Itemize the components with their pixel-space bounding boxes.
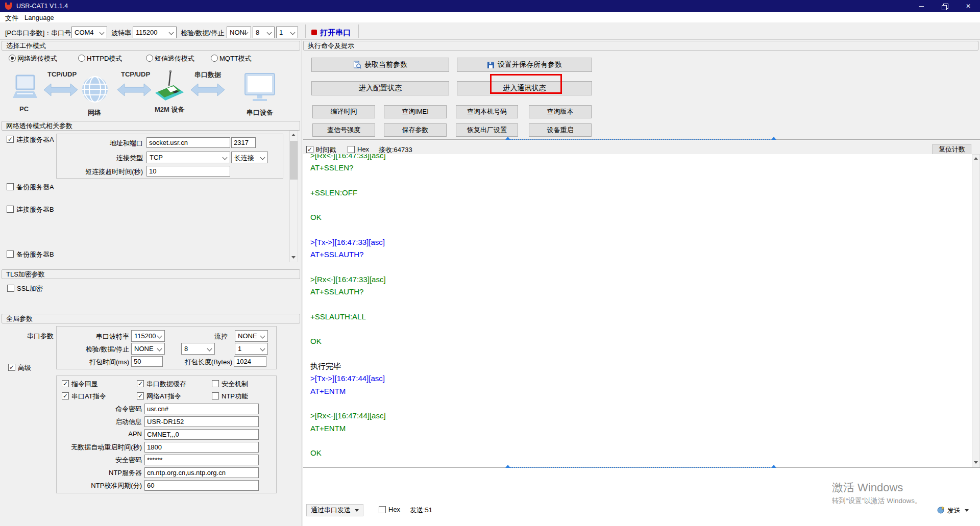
backup-b-checkbox[interactable]: [7, 251, 14, 258]
bottom-scrollbar-right-arrow[interactable]: [771, 465, 776, 468]
adv-field-input-0[interactable]: usr.cn#: [144, 404, 259, 414]
command-button-6[interactable]: 恢复出厂设置: [456, 123, 518, 137]
ssl-checkbox[interactable]: [7, 285, 14, 292]
log-area[interactable]: >[Rx<-][16:47:33][asc]AT+SSLEN? +SSLEN:O…: [310, 154, 964, 467]
conn-mode-select[interactable]: 长连接: [231, 152, 268, 163]
parity-label: 检验/数据/停止: [181, 29, 224, 38]
maximize-button[interactable]: [933, 0, 957, 12]
work-mode-radio-0[interactable]: [9, 55, 16, 62]
databits-select[interactable]: 8: [253, 27, 275, 38]
ssl-label: SSL加密: [17, 284, 43, 293]
server-a-checkbox[interactable]: [7, 136, 14, 143]
baud-select[interactable]: 115200: [133, 27, 177, 38]
send-button[interactable]: 发送: [947, 506, 961, 515]
advanced-checkbox[interactable]: [8, 364, 15, 371]
command-button-2[interactable]: 查询本机号码: [456, 105, 518, 118]
minimize-button[interactable]: [910, 0, 933, 12]
menu-language[interactable]: Language: [24, 14, 54, 21]
log-hex-checkbox[interactable]: [348, 146, 355, 153]
adv-field-input-6[interactable]: 60: [144, 480, 259, 491]
adv-checkbox-2[interactable]: [212, 380, 219, 387]
diagram-node-serial: 串口设备: [247, 108, 273, 117]
close-button[interactable]: ✕: [957, 0, 980, 12]
g-parity-select[interactable]: NONE: [131, 343, 165, 355]
set-save-params-label: 设置并保存所有参数: [498, 60, 562, 69]
adv-field-input-4[interactable]: ******: [144, 455, 259, 465]
send-via-serial-button[interactable]: 通过串口发送: [306, 504, 363, 516]
command-button-7[interactable]: 设备重启: [529, 123, 592, 137]
conn-type-select[interactable]: TCP: [146, 152, 230, 163]
commands-header: 执行命令及提示: [303, 41, 978, 51]
adv-field-input-3[interactable]: 1800: [144, 442, 259, 453]
log-line: OK: [310, 447, 964, 459]
command-button-3[interactable]: 查询版本: [529, 105, 592, 118]
menu-file[interactable]: 文件: [5, 14, 18, 23]
g-databits-select[interactable]: 8: [181, 343, 215, 355]
menu-bar: 文件 Language: [0, 12, 980, 22]
usr-cat1-window: USR-CAT1 V1.1.4 ✕ 文件 Language [PC串口参数]：串…: [0, 0, 980, 526]
timestamp-checkbox[interactable]: [306, 146, 313, 153]
get-params-button[interactable]: 获取当前参数: [311, 58, 449, 72]
send-via-dropdown-icon: [355, 509, 359, 512]
command-button-0[interactable]: 编译时间: [312, 105, 375, 118]
pack-len-input[interactable]: 1024: [234, 356, 266, 367]
scroll-down-icon[interactable]: [291, 256, 296, 259]
scrollbar-right-arrow[interactable]: [771, 137, 776, 140]
scroll-up-icon[interactable]: [291, 134, 296, 136]
adv-field-label-4: 安全密码: [40, 456, 142, 465]
command-button-4[interactable]: 查信号强度: [312, 123, 375, 137]
work-mode-radio-2[interactable]: [146, 55, 153, 62]
g-baud-select[interactable]: 115200: [131, 330, 165, 342]
pack-len-label: 打包长度(Bytes): [180, 358, 232, 367]
set-save-params-button[interactable]: 设置并保存所有参数: [457, 58, 592, 72]
log-line: AT+ENTM: [310, 385, 964, 397]
g-stopbits-select[interactable]: 1: [235, 343, 268, 355]
send-dropdown-icon[interactable]: [965, 509, 969, 512]
enter-config-button[interactable]: 进入配置状态: [311, 81, 449, 95]
server-b-checkbox[interactable]: [7, 206, 14, 213]
work-mode-radio-1[interactable]: [78, 55, 85, 62]
server-a-address-input[interactable]: socket.usr.cn: [146, 137, 230, 148]
work-mode-radio-3[interactable]: [211, 55, 218, 62]
pack-time-input[interactable]: 50: [131, 356, 163, 367]
adv-field-label-3: 无数据自动重启时间(秒): [40, 443, 142, 452]
flow-select[interactable]: NONE: [235, 330, 268, 342]
adv-checkbox-0[interactable]: [62, 380, 69, 387]
diagram-node-m2m: M2M 设备: [155, 105, 185, 114]
server-a-port-input[interactable]: 2317: [231, 137, 256, 148]
command-button-1[interactable]: 查询IMEI: [384, 105, 447, 118]
backup-a-label: 备份服务器A: [16, 183, 54, 192]
log-hscrollbar-top[interactable]: [510, 139, 770, 140]
adv-field-input-5[interactable]: cn.ntp.org.cn,us.ntp.org.cn: [144, 467, 259, 478]
scrollbar-left-arrow[interactable]: [505, 137, 510, 140]
adv-checkbox-3[interactable]: [62, 392, 69, 399]
send-hex-checkbox[interactable]: [379, 506, 386, 513]
adv-checkbox-4[interactable]: [137, 392, 144, 399]
log-scroll-down-icon[interactable]: [974, 461, 978, 464]
scrollbar-thumb[interactable]: [290, 141, 298, 180]
bottom-scrollbar-left-arrow[interactable]: [505, 465, 510, 468]
log-hscrollbar-bottom[interactable]: [510, 467, 770, 468]
parity-select[interactable]: NONI: [227, 27, 251, 38]
com-port-select[interactable]: COM4: [71, 27, 107, 38]
log-line: OK: [310, 335, 964, 347]
g-parity-label: 检验/数据/停止: [66, 345, 129, 354]
log-line: AT+SSLAUTH?: [310, 248, 964, 261]
log-scroll-up-icon[interactable]: [974, 157, 978, 160]
stopbits-select[interactable]: 1: [276, 27, 298, 38]
command-button-5[interactable]: 保存参数: [384, 123, 447, 137]
adv-field-input-2[interactable]: CMNET,,,0: [144, 429, 259, 440]
adv-checkbox-label: 串口AT指令: [71, 392, 106, 401]
backup-a-checkbox[interactable]: [7, 183, 14, 190]
adv-checkbox-5[interactable]: [212, 392, 219, 399]
adv-field-input-1[interactable]: USR-DR152: [144, 416, 259, 427]
work-mode-radio-label: MQTT模式: [219, 54, 252, 63]
short-conn-timeout-input[interactable]: 10: [146, 166, 230, 177]
adv-checkbox-1[interactable]: [137, 380, 144, 387]
log-line: [310, 298, 964, 311]
log-vscrollbar[interactable]: [972, 154, 980, 468]
panel-divider: [302, 40, 302, 526]
reset-count-button[interactable]: 复位计数: [933, 144, 971, 155]
open-port-button[interactable]: 打开串口: [320, 28, 351, 38]
adv-field-label-0: 命令密码: [40, 405, 142, 414]
